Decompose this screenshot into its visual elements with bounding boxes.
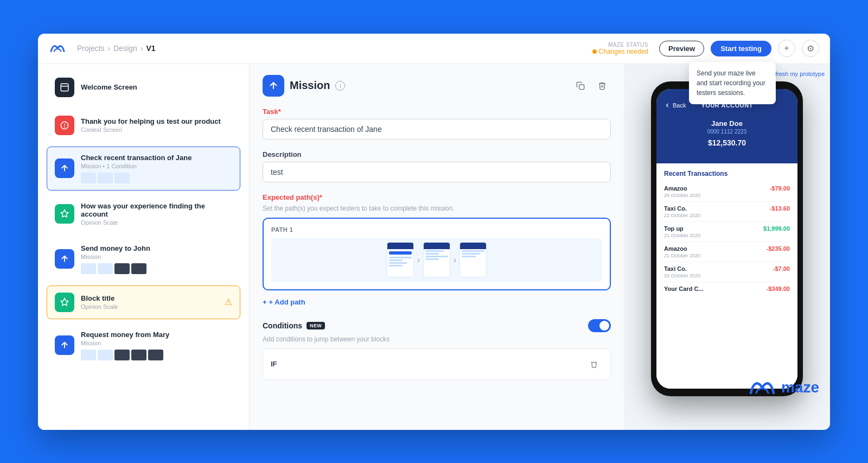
maze-brand: maze [749, 378, 819, 397]
header: Projects › Design › V1 MAZE STATUS Chang… [38, 34, 830, 64]
conditions-title: Conditions [263, 321, 302, 330]
svg-point-4 [65, 126, 65, 127]
phone-balance: $12,530.70 [664, 138, 790, 155]
sm-thumb-3 [114, 263, 130, 274]
sidebar-item-experience[interactable]: How was your experience finding the acco… [47, 195, 240, 233]
transactions-title: Recent Transactions [664, 170, 790, 177]
path-screen-2 [423, 242, 450, 277]
content-area: Welcome Screen Thank you for helping us … [38, 64, 830, 430]
maze-status-value: Changes needed [592, 48, 648, 55]
sidebar-item-thankyou-content: Thank you for helping us test our produc… [81, 117, 232, 133]
path-card-1: PATH 1 › [263, 218, 611, 290]
sidebar-item-welcome-content: Welcome Screen [81, 83, 232, 91]
thumb-2 [98, 173, 113, 183]
conditions-toggle[interactable] [588, 319, 611, 332]
path-screen-3 [459, 242, 487, 277]
expected-paths-label: Expected path(s)* [263, 193, 611, 201]
phone-screen: Back YOUR ACCOUNT Jane Doe 0000 1112 222… [656, 89, 797, 389]
mission-delete-button[interactable] [593, 77, 611, 94]
maze-logo-text: maze [781, 379, 819, 396]
right-panel: LAST UPDATED: 13:01 04:0 fresh my protot… [624, 64, 830, 430]
maze-status-label: MAZE STATUS [608, 42, 648, 48]
breadcrumb-design[interactable]: Design [113, 44, 137, 53]
sidebar-icon-block-title [55, 293, 74, 312]
trans-name: Amazoo [664, 185, 700, 192]
refresh-link[interactable]: fresh my prototype [775, 71, 825, 77]
header-right: MAZE STATUS Changes needed Preview Start… [592, 40, 819, 57]
transaction-item: Top up 21 October 2020 $1,999.00 [664, 222, 790, 242]
sidebar-block-title: Block title [81, 294, 218, 302]
transaction-item: Taxi Co. 20 October 2020 -$7.00 [664, 262, 790, 282]
trans-date: 22 October 2020 [664, 213, 700, 218]
preview-button[interactable]: Preview [659, 41, 704, 56]
path-arrow: › [417, 255, 420, 265]
breadcrumb-v1[interactable]: V1 [146, 44, 156, 53]
mission-copy-button[interactable] [572, 77, 589, 94]
phone-back-button[interactable]: Back [664, 102, 686, 109]
trans-name: Taxi Co. [664, 205, 700, 212]
trans-name: Taxi Co. [664, 265, 700, 272]
mission-info-icon[interactable]: i [335, 81, 345, 91]
trans-amount: -$13.60 [770, 205, 790, 212]
path-screen-1 [387, 242, 414, 277]
trans-name: Amazoo [664, 245, 700, 252]
path-preview: › › [271, 238, 602, 282]
sidebar-item-check-transaction[interactable]: Check recent transaction of Jane Mission… [47, 147, 240, 191]
task-input[interactable] [263, 119, 611, 139]
add-button[interactable]: + [778, 40, 795, 57]
transaction-item: Taxi Co. 22 October 2020 -$13.60 [664, 202, 790, 222]
sidebar-send-money-subtitle: Mission [81, 253, 232, 260]
status-dot [592, 49, 597, 54]
sidebar-send-money-title: Send money to John [81, 244, 232, 252]
sidebar-request-money-subtitle: Mission [81, 340, 232, 346]
sidebar-item-block-title[interactable]: Block title Opinion Scale ⚠ [47, 286, 240, 319]
description-input[interactable] [263, 162, 611, 182]
if-header: IF [271, 356, 603, 373]
sidebar-item-send-money-content: Send money to John Mission [81, 244, 232, 274]
breadcrumb: Projects › Design › V1 [77, 44, 156, 53]
logo [49, 40, 66, 57]
trans-amount: -$349.00 [767, 286, 790, 292]
sidebar-icon-check-transaction [55, 158, 74, 178]
sidebar-check-transaction-title: Check recent transaction of Jane [81, 154, 232, 162]
settings-button[interactable]: ⚙ [802, 40, 819, 57]
conditions-section: Conditions NEW Add conditions to jump be… [263, 319, 611, 380]
sm-thumb-4 [131, 263, 146, 274]
trans-amount: $1,999.00 [763, 225, 790, 232]
sidebar-check-transaction-subtitle: Mission • 1 Condition [81, 163, 232, 169]
trans-name: Top up [664, 225, 700, 232]
task-section: Task* [263, 107, 611, 139]
sidebar-item-welcome-screen[interactable]: Welcome Screen [47, 71, 240, 104]
trans-name: Your Card C... [664, 286, 704, 292]
sidebar-item-send-money[interactable]: Send money to John Mission [47, 237, 240, 281]
trans-amount: -$235.00 [767, 245, 790, 252]
sidebar-icon-thankyou [55, 116, 74, 135]
path-1-label: PATH 1 [271, 226, 602, 233]
task-label: Task* [263, 107, 611, 116]
phone-user-name: Jane Doe [664, 119, 790, 128]
phone-account-number: 0000 1112 2223 [664, 129, 790, 135]
sidebar-experience-title: How was your experience finding the acco… [81, 202, 232, 218]
sidebar-item-request-money-content: Request money from Mary Mission [81, 331, 232, 360]
expected-paths-section: Expected path(s)* Set the path(s) you ex… [263, 193, 611, 308]
trans-amount: -$7.00 [773, 265, 790, 272]
start-testing-button[interactable]: Start testing [711, 41, 771, 56]
svg-rect-0 [61, 84, 68, 91]
mission-actions [572, 77, 611, 94]
thumb-1 [81, 173, 96, 183]
sidebar-experience-subtitle: Opinion Scale [81, 219, 232, 226]
if-delete-button[interactable] [585, 356, 603, 373]
breadcrumb-projects[interactable]: Projects [77, 44, 105, 53]
maze-status: MAZE STATUS Changes needed [592, 42, 648, 55]
trans-amount: -$79.00 [770, 185, 790, 192]
transaction-item: Amazoo 29 October 2020 -$79.00 [664, 182, 790, 202]
mission-title: Mission [290, 79, 330, 92]
sidebar-check-transaction-thumbnails [81, 173, 232, 183]
trans-date: 20 October 2020 [664, 273, 700, 278]
sidebar-item-thankyou[interactable]: Thank you for helping us test our produc… [47, 109, 240, 142]
sidebar-item-request-money[interactable]: Request money from Mary Mission [47, 324, 240, 367]
add-path-button[interactable]: + + Add path [263, 296, 611, 308]
phone-mockup: Back YOUR ACCOUNT Jane Doe 0000 1112 222… [651, 81, 803, 396]
description-label: Description [263, 150, 611, 158]
left-sidebar: Welcome Screen Thank you for helping us … [38, 64, 250, 430]
